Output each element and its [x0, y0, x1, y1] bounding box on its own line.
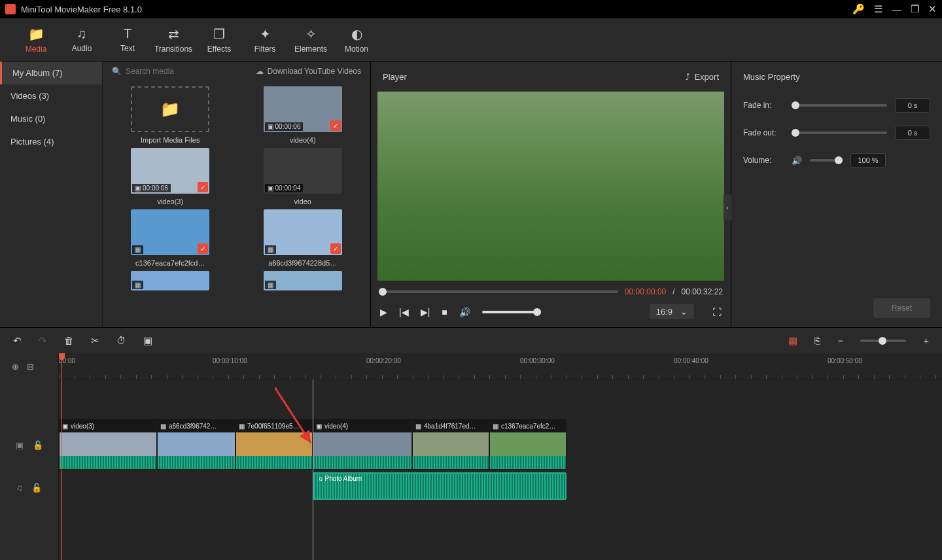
timeline-clip[interactable]: ▣video(4) [313, 419, 412, 470]
filters-icon: ✦ [260, 26, 271, 42]
fade-in-slider[interactable] [792, 104, 887, 107]
delete-button[interactable]: 🗑 [64, 335, 74, 346]
timeline-view-icon[interactable]: ▦ [788, 335, 797, 347]
audio-track[interactable]: ♫Photo Album [59, 471, 942, 504]
media-thumb[interactable]: ▦ [239, 271, 367, 290]
download-youtube-link[interactable]: ☁ Download YouTube Videos [256, 67, 361, 76]
aspect-ratio-value: 16:9 [656, 307, 672, 317]
speed-button[interactable]: ⏱ [116, 335, 126, 346]
speaker-icon: 🔊 [792, 156, 802, 166]
tab-motion[interactable]: ◐Motion [334, 18, 379, 61]
media-thumb[interactable]: ▣ 00:00:06✓video(4) [239, 86, 367, 144]
time-ruler[interactable]: 00:0000:00:10:0000:00:20:0000:00:30:0000… [59, 353, 942, 379]
ruler-tick: 00:00:30:00 [520, 357, 555, 364]
scrub-slider[interactable] [379, 290, 618, 293]
search-icon: 🔍 [112, 67, 122, 76]
media-thumb[interactable]: ▣ 00:00:06✓video(3) [107, 148, 234, 205]
fade-in-value[interactable]: 0 s [895, 98, 930, 113]
video-badge: ▣ 00:00:06 [265, 122, 304, 131]
clip-type-icon: ▦ [239, 423, 245, 430]
video-track[interactable]: ▣video(3)▦a66cd3f96742…▦7e00f651109e5…▣v… [59, 419, 942, 471]
remove-track-button[interactable]: ⊟ [27, 362, 34, 372]
collapse-panel-button[interactable]: › [724, 194, 731, 220]
prev-frame-button[interactable]: |◀ [399, 307, 409, 317]
aspect-ratio-select[interactable]: 16:9 ⌄ [650, 304, 694, 319]
timeline-clip[interactable]: ▦c1367eaca7efc2… [489, 419, 567, 470]
tab-transitions[interactable]: ⇄Transitions [150, 18, 196, 61]
audio-lock-button[interactable]: 🔓 [31, 483, 42, 493]
reset-button[interactable]: Reset [873, 298, 930, 318]
media-thumb[interactable]: ▦✓a66cd3f9674228d5… [239, 209, 367, 267]
close-icon[interactable]: ✕ [928, 3, 937, 15]
sidebar-item[interactable]: Videos (3) [0, 84, 102, 107]
tab-media[interactable]: 📁Media [13, 18, 59, 61]
video-badge: ▣ 00:00:04 [265, 184, 304, 192]
export-icon: ⤴ [686, 72, 690, 82]
timeline-clip[interactable]: ▦7e00f651109e5… [236, 419, 313, 470]
timeline-clip[interactable]: ▦a66cd3f96742… [157, 419, 236, 470]
tab-effects[interactable]: ❐Effects [196, 18, 242, 61]
app-title: MiniTool MovieMaker Free 8.1.0 [21, 5, 142, 14]
motion-icon: ◐ [351, 26, 362, 42]
image-badge: ▦ [265, 245, 276, 254]
timeline-clip[interactable]: ▣video(3) [59, 419, 157, 470]
check-icon: ✓ [330, 243, 341, 254]
media-thumb[interactable]: ▦✓c1367eaca7efc2fcd… [107, 209, 234, 267]
split-button[interactable]: ✂ [91, 335, 99, 347]
playhead[interactable] [61, 353, 62, 560]
clip-label: video(3) [71, 423, 94, 430]
elements-icon: ✧ [305, 26, 317, 42]
redo-button[interactable]: ↷ [39, 335, 47, 347]
volume-value[interactable]: 100 % [850, 153, 886, 167]
next-frame-button[interactable]: ▶| [421, 307, 430, 317]
fit-button[interactable]: ⎘ [814, 335, 820, 346]
transitions-icon: ⇄ [168, 26, 179, 42]
image-badge: ▦ [132, 245, 143, 254]
fade-out-value[interactable]: 0 s [895, 126, 930, 140]
ruler-tick: 00:00:40:00 [674, 357, 708, 364]
add-track-button[interactable]: ⊕ [12, 362, 19, 372]
preview-viewport[interactable] [377, 92, 724, 281]
search-input[interactable] [126, 67, 211, 76]
audio-clip[interactable]: ♫Photo Album [313, 472, 567, 500]
tab-audio[interactable]: ♫Audio [59, 18, 105, 61]
key-icon[interactable]: 🔑 [852, 3, 865, 15]
play-button[interactable]: ▶ [380, 307, 387, 317]
minimize-icon[interactable]: — [892, 4, 901, 15]
import-media-button[interactable]: 📁Import Media Files [107, 86, 234, 144]
zoom-slider[interactable] [860, 340, 906, 342]
crop-button[interactable]: ▣ [143, 335, 152, 347]
image-badge: ▦ [132, 281, 143, 289]
timeline-clip[interactable]: ▦4ba1d4f7617ed… [412, 419, 489, 470]
maximize-icon[interactable]: ❐ [911, 3, 919, 15]
menu-icon[interactable]: ☰ [874, 3, 882, 15]
props-title: Music Property [743, 72, 800, 82]
sidebar-item[interactable]: Music (0) [0, 107, 102, 130]
media-label: video(3) [157, 198, 183, 205]
effects-icon: ❐ [213, 26, 225, 42]
zoom-in-button[interactable]: + [923, 335, 929, 346]
check-icon: ✓ [198, 182, 208, 192]
fullscreen-button[interactable]: ⛶ [712, 307, 722, 317]
player-volume-slider[interactable] [482, 311, 541, 313]
zoom-out-button[interactable]: − [837, 335, 843, 346]
fade-out-slider[interactable] [792, 131, 887, 134]
media-panel: 🔍 ☁ Download YouTube Videos 📁Import Medi… [102, 61, 370, 327]
tab-elements[interactable]: ✧Elements [288, 18, 334, 61]
timeline: ⊕ ⊟ ▣ 🔓 ♫ 🔓 00:0000:00:10:0000:00:20:000… [0, 353, 942, 560]
export-button[interactable]: ⤴ Export [686, 72, 719, 82]
tab-text[interactable]: TText [105, 18, 150, 61]
undo-button[interactable]: ↶ [13, 335, 22, 347]
sidebar-item[interactable]: My Album (7) [0, 61, 102, 84]
stop-button[interactable]: ■ [442, 307, 447, 317]
check-icon: ✓ [198, 243, 208, 254]
tab-filters[interactable]: ✦Filters [242, 18, 288, 61]
media-thumb[interactable]: ▦ [107, 271, 234, 290]
properties-panel: › Music Property Fade in: 0 s Fade out: … [731, 61, 942, 327]
video-lock-button[interactable]: 🔓 [33, 440, 43, 450]
media-thumb[interactable]: ▣ 00:00:04video [239, 148, 367, 205]
volume-slider[interactable] [810, 159, 843, 162]
time-total: 00:00:32:22 [682, 287, 723, 296]
volume-icon[interactable]: 🔊 [459, 307, 470, 317]
sidebar-item[interactable]: Pictures (4) [0, 130, 102, 153]
